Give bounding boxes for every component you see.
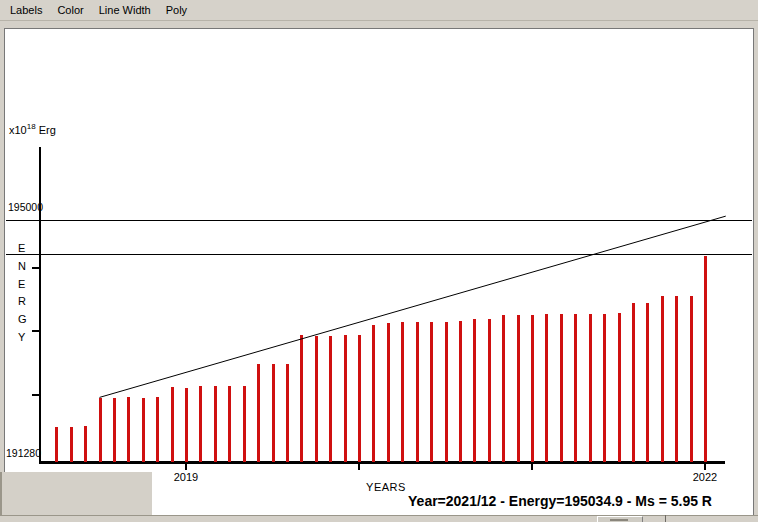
y-axis-min-label: 191280 <box>6 447 41 459</box>
button-glyph-icon <box>610 519 628 521</box>
y-axis-unit-label: x1018 Erg <box>9 122 56 136</box>
bottom-panel <box>0 515 758 522</box>
y-axis-max-label: 195000 <box>8 201 43 213</box>
menu-item-color[interactable]: Color <box>51 2 89 18</box>
menu-bar: LabelsColorLine WidthPoly <box>0 0 758 21</box>
menu-item-poly[interactable]: Poly <box>160 2 193 18</box>
plot-canvas[interactable] <box>4 28 754 516</box>
menu-item-line-width[interactable]: Line Width <box>93 2 157 18</box>
panel-divider <box>665 515 666 522</box>
menu-item-labels[interactable]: Labels <box>4 2 48 18</box>
application-window: LabelsColorLine WidthPoly 20192022ENERGY… <box>0 0 758 522</box>
partial-button[interactable] <box>597 516 643 522</box>
x-axis-title: YEARS <box>346 481 426 493</box>
status-readout: Year=2021/12 - Energy=195034.9 - Ms = 5.… <box>404 493 716 509</box>
